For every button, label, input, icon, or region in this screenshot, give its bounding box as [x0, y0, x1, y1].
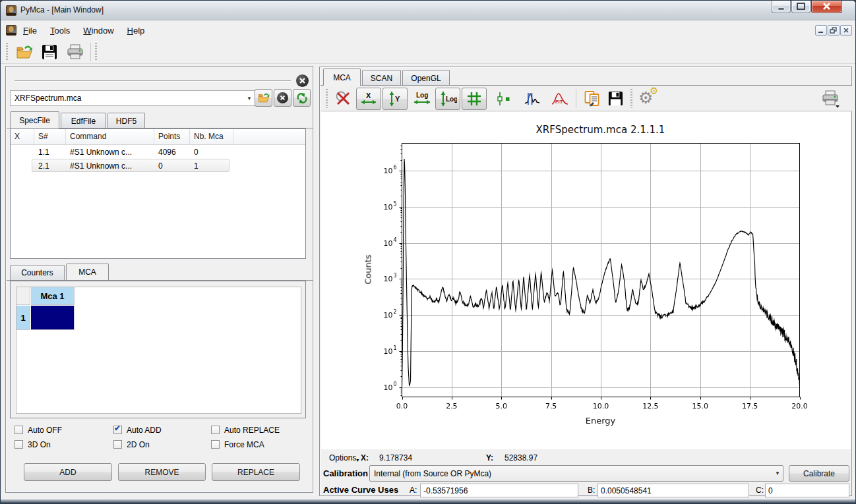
- calibrate-button[interactable]: Calibrate: [789, 465, 849, 482]
- x-log-icon[interactable]: Log: [410, 88, 434, 109]
- x-axis-label: Energy: [402, 416, 799, 426]
- open-file-button[interactable]: [255, 89, 272, 107]
- scan-row-1[interactable]: 1.1 #S1 Unknown c... 4096 0: [11, 145, 305, 159]
- svg-text:Log: Log: [446, 96, 457, 103]
- options-arrow-icon: ▾: [356, 457, 359, 463]
- checkbox-auto-replace[interactable]: ✔Auto REPLACE: [211, 426, 280, 435]
- coef-b-input[interactable]: 0.0050548541: [597, 484, 749, 497]
- tab-hdf5[interactable]: HDF5: [107, 113, 145, 128]
- tab-specfile[interactable]: SpecFile: [10, 111, 59, 128]
- mdi-minimize-button[interactable]: [815, 25, 827, 36]
- cursor-y-label: Y:: [486, 453, 493, 462]
- mca-row-header[interactable]: 1: [16, 306, 30, 330]
- checkbox-box: ✔: [15, 440, 23, 449]
- y-log-button[interactable]: Log: [435, 88, 460, 110]
- mca-table-frame: Mca 1 1: [10, 281, 306, 418]
- plot-panel: MCA SCAN OpenGL X Y Log Log FIT: [319, 67, 852, 496]
- scan-row-2[interactable]: 2.1 #S1 Unknown c... 0 1: [11, 159, 305, 173]
- mdi-child-icon: [6, 25, 16, 36]
- cursor-y-value: 52838.97: [504, 453, 537, 462]
- grid-button[interactable]: [462, 88, 487, 110]
- close-file-button[interactable]: [274, 89, 291, 107]
- tab-edffile[interactable]: EdfFile: [61, 113, 106, 128]
- col-header-points[interactable]: Points: [154, 129, 190, 144]
- tab-baseline: [321, 85, 852, 86]
- coef-b-label: B:: [588, 486, 595, 495]
- zoom-reset-icon[interactable]: [331, 88, 355, 109]
- coef-a-input[interactable]: -0.53571956: [420, 484, 578, 497]
- fit-icon[interactable]: FIT: [547, 88, 572, 109]
- y-autoscale-button[interactable]: Y: [382, 88, 408, 110]
- source-file-combobox[interactable]: XRFSpectrum.mca ▼: [10, 90, 255, 106]
- mdi-restore-button[interactable]: [828, 25, 840, 36]
- plugins-gear-icon[interactable]: ⚙ ⚙: [636, 86, 662, 110]
- open-source-icon[interactable]: [14, 42, 35, 62]
- col-header-nbmca[interactable]: Nb. Mca: [190, 129, 233, 144]
- checkbox-box: ✔: [15, 426, 23, 434]
- mca-table-corner: [16, 287, 30, 305]
- calibration-label: Calibration: [323, 468, 368, 478]
- save-plot-icon[interactable]: [604, 88, 627, 109]
- save-icon[interactable]: [39, 42, 60, 62]
- svg-text:X: X: [366, 92, 371, 99]
- checkbox-3d-on[interactable]: ✔3D On: [15, 440, 51, 449]
- add-button[interactable]: ADD: [24, 463, 112, 481]
- tab-view-opengl[interactable]: OpenGL: [402, 70, 450, 86]
- pymca-main-window: PyMca - [Main Window] File Tools Window …: [0, 0, 856, 504]
- mca-plot-canvas[interactable]: [364, 136, 812, 426]
- menu-help[interactable]: Help: [121, 23, 152, 38]
- replace-button[interactable]: REPLACE: [212, 463, 300, 481]
- cursor-x-label: X:: [361, 453, 369, 462]
- scan-table: X S# Command Points Nb. Mca 1.1 #S1 Unkn…: [10, 128, 306, 259]
- toolbar-grip[interactable]: [95, 43, 97, 61]
- tab-baseline: [7, 280, 313, 281]
- remove-button[interactable]: REMOVE: [118, 463, 206, 481]
- toolbar-grip[interactable]: [326, 89, 328, 108]
- calibration-value: Internal (from Source OR PyMca): [370, 469, 772, 478]
- checkbox-auto-add[interactable]: ✔Auto ADD: [113, 426, 162, 435]
- window-bottom-border: [1, 499, 856, 504]
- window-minimize-button[interactable]: [772, 1, 791, 13]
- col-header-x[interactable]: X: [11, 129, 34, 144]
- svg-text:Log: Log: [416, 92, 428, 99]
- title-bar: [1, 1, 855, 20]
- print-icon[interactable]: [64, 42, 86, 62]
- tab-mca[interactable]: MCA: [66, 264, 109, 280]
- menu-file[interactable]: File: [16, 23, 44, 38]
- source-file-value: XRFSpectrum.mca: [11, 94, 244, 103]
- window-maximize-button[interactable]: [791, 1, 810, 13]
- plot-title: XRFSpectrum.mca 2.1.1.1: [402, 124, 799, 136]
- toolbar-separator: [90, 43, 91, 61]
- energy-selection-icon[interactable]: [520, 88, 545, 109]
- menu-window[interactable]: Window: [76, 23, 120, 38]
- tab-counters[interactable]: Counters: [10, 265, 65, 280]
- checkbox-force-mca[interactable]: ✔Force MCA: [211, 440, 264, 449]
- window-close-button[interactable]: [811, 1, 842, 13]
- crosshair-points-icon[interactable]: [491, 88, 516, 109]
- tab-view-mca[interactable]: MCA: [323, 69, 361, 86]
- mdi-close-button[interactable]: [840, 25, 852, 36]
- col-header-s[interactable]: S#: [34, 129, 66, 144]
- combo-arrow-icon: ▼: [244, 96, 255, 101]
- mca-selected-cell[interactable]: [31, 306, 75, 330]
- mca-column-header[interactable]: Mca 1: [31, 287, 75, 305]
- close-source-button[interactable]: [296, 74, 309, 87]
- refresh-file-button[interactable]: [293, 89, 311, 107]
- copy-clipboard-icon[interactable]: [580, 88, 604, 109]
- checkbox-auto-off[interactable]: ✔Auto OFF: [15, 426, 62, 435]
- pymca-app-icon: [6, 5, 16, 16]
- toolbar-grip[interactable]: [6, 43, 8, 61]
- menu-tools[interactable]: Tools: [44, 23, 76, 38]
- toolbar-separator: [576, 89, 576, 108]
- tab-view-scan[interactable]: SCAN: [362, 70, 401, 86]
- col-header-command[interactable]: Command: [66, 129, 154, 144]
- toolbar-grip[interactable]: [630, 89, 632, 108]
- checkbox-box: ✔: [211, 426, 220, 434]
- calibration-combobox[interactable]: Internal (from Source OR PyMca) ▼: [369, 465, 783, 482]
- coef-c-input[interactable]: 0: [765, 484, 849, 497]
- svg-text:Y: Y: [395, 95, 400, 103]
- options-button[interactable]: Options▾: [329, 453, 359, 462]
- print-plot-icon[interactable]: [816, 88, 845, 109]
- checkbox-2d-on[interactable]: ✔2D On: [113, 440, 150, 449]
- x-autoscale-button[interactable]: X: [356, 88, 381, 110]
